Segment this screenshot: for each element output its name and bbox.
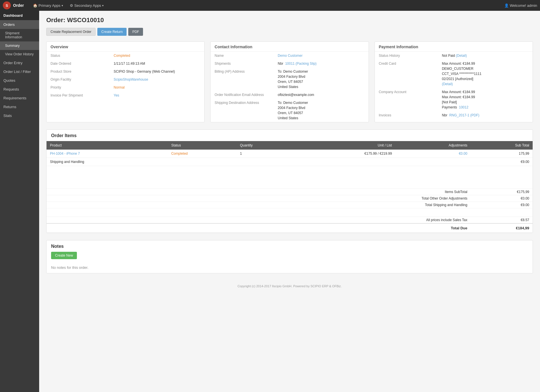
overview-product-store-row: Product Store SCIPIO Shop - Germany (Web… xyxy=(47,68,204,76)
contact-notification-row: Order Notification Email Address ofbizte… xyxy=(211,91,368,99)
create-return-button[interactable]: Create Return xyxy=(97,28,127,36)
invoice-per-shipment-label: Invoice Per Shipment xyxy=(47,91,110,99)
brand-name: Order xyxy=(13,3,24,8)
notes-empty-message: No notes for this order. xyxy=(47,262,533,273)
contact-info-table: Name Demo Customer Shipments Nbr 10011 (… xyxy=(211,52,368,122)
payment-company-account-row: Company Account Max Amount: €184.99 Max … xyxy=(375,88,533,111)
contact-shipping-row: Shipping Destination Address To: Demo Cu… xyxy=(211,99,368,122)
overview-date-row: Date Ordered 1/11/17 11:49:13 AM xyxy=(47,60,204,68)
invoices-label: Invoices xyxy=(375,111,438,119)
primary-apps-menu[interactable]: 🏠 Primary Apps ▾ xyxy=(30,0,66,11)
col-product: Product xyxy=(47,141,168,150)
action-buttons: Create Replacement Order Create Return P… xyxy=(46,28,533,36)
info-grid: Overview Status Completed Date Ordered 1… xyxy=(46,41,533,122)
row-sub-total: 175,99 xyxy=(471,150,533,158)
status-history-label: Status History xyxy=(375,52,438,60)
total-shipping-value: €9.00 xyxy=(471,202,533,208)
footer: Copyright (c) 2014-2017 Ilscipio GmbH. P… xyxy=(46,280,533,292)
sales-tax-label: All prices include Sales Tax xyxy=(47,217,471,224)
shipping-handling-row: Shipping and Handling €9.00 xyxy=(47,158,533,166)
shipments-nbr: Nbr xyxy=(278,62,283,66)
contact-billing-row: Billing (AP) Address To: Demo Customer 2… xyxy=(211,68,368,91)
overview-origin-facility-row: Origin Facility ScipioShopWarehouse xyxy=(47,76,204,83)
sidebar-item-dashboard[interactable]: Dashboard xyxy=(0,11,39,20)
payment-credit-card-row: Credit Card Max Amount: €184.99 DEMO_CUS… xyxy=(375,60,533,88)
brand-logo: S xyxy=(3,1,11,9)
contact-shipments-row: Shipments Nbr 10011 (Packing Slip) xyxy=(211,60,368,68)
col-unit-list: Unit / List xyxy=(294,141,396,150)
credit-card-detail-link[interactable]: (Detail) xyxy=(442,82,453,86)
col-status: Status xyxy=(168,141,236,150)
overview-priority-row: Priority Normal xyxy=(47,83,204,91)
shipping-address-value: To: Demo Customer 2004 Factory Blvd Orem… xyxy=(274,99,369,122)
overview-table: Status Completed Date Ordered 1/11/17 11… xyxy=(47,52,204,99)
priority-value: Normal xyxy=(114,85,125,89)
sidebar-item-order-entry[interactable]: Order Entry xyxy=(0,58,39,67)
items-table-header-row: Product Status Quantity Unit / List Adju… xyxy=(47,141,533,150)
total-shipping-row: Total Shipping and Handling €9.00 xyxy=(47,202,533,208)
status-label: Status xyxy=(47,52,110,60)
total-other-adjustments-value: €0.00 xyxy=(471,195,533,202)
pdf-button[interactable]: PDF xyxy=(128,28,143,36)
payment-status-history-row: Status History Not Paid (Detail) xyxy=(375,52,533,60)
credit-card-label: Credit Card xyxy=(375,60,438,88)
shipments-link[interactable]: 10011 (Packing Slip) xyxy=(285,62,317,66)
origin-facility-link[interactable]: ScipioShopWarehouse xyxy=(114,77,148,81)
row-adjustments: €0.00 xyxy=(459,152,467,156)
overview-section: Overview Status Completed Date Ordered 1… xyxy=(46,41,205,122)
create-replacement-order-button[interactable]: Create Replacement Order xyxy=(46,28,96,36)
origin-facility-label: Origin Facility xyxy=(47,76,110,83)
company-payments-link[interactable]: 10012 xyxy=(459,105,468,109)
sidebar-item-view-order-history[interactable]: View Order History xyxy=(0,50,39,58)
sidebar-item-quotes[interactable]: Quotes xyxy=(0,76,39,85)
sidebar-item-shipment-information[interactable]: Shipment Information xyxy=(0,29,39,41)
total-other-adjustments-row: Total Other Order Adjustments €0.00 xyxy=(47,195,533,202)
sidebar-item-returns[interactable]: Returns xyxy=(0,102,39,111)
secondary-apps-menu[interactable]: ⚙ Secondary Apps ▾ xyxy=(66,0,107,11)
shipping-handling-value: €9.00 xyxy=(471,158,533,166)
sidebar-item-stats[interactable]: Stats xyxy=(0,111,39,120)
chevron-down-icon: ▾ xyxy=(62,4,63,7)
top-navigation: S Order 🏠 Primary Apps ▾ ⚙ Secondary App… xyxy=(0,0,540,11)
sidebar-item-requests[interactable]: Requests xyxy=(0,85,39,94)
gear-icon: ⚙ xyxy=(70,3,73,8)
main-content: Order: WSCO10010 Create Replacement Orde… xyxy=(39,11,540,392)
spacer-row xyxy=(47,166,533,189)
items-subtotal-value: €175,99 xyxy=(471,189,533,195)
sidebar: Dashboard Orders Shipment Information Su… xyxy=(0,11,39,392)
invoices-link[interactable]: RNG_2017-1 (PDF) xyxy=(449,113,479,117)
status-history-detail-link[interactable]: (Detail) xyxy=(456,54,467,58)
brand: S Order xyxy=(3,1,24,9)
name-value[interactable]: Demo Customer xyxy=(278,54,302,58)
col-adjustments: Adjustments xyxy=(395,141,471,150)
shipping-destination-label: Shipping Destination Address xyxy=(211,99,274,122)
sidebar-item-orders[interactable]: Orders xyxy=(0,20,39,29)
chevron-down-icon-2: ▾ xyxy=(102,4,104,7)
sidebar-item-summary[interactable]: Summary xyxy=(0,41,39,50)
sales-tax-row: All prices include Sales Tax €8.57 xyxy=(47,217,533,224)
contact-info-section: Contact Information Name Demo Customer S… xyxy=(210,41,369,122)
payment-info-title: Payment Information xyxy=(375,42,533,52)
order-items-table: Product Status Quantity Unit / List Adju… xyxy=(47,141,533,233)
col-quantity: Quantity xyxy=(237,141,294,150)
create-new-note-button[interactable]: Create New xyxy=(51,252,77,259)
sidebar-item-requirements[interactable]: Requirements xyxy=(0,94,39,102)
invoice-per-shipment-value: Yes xyxy=(114,93,119,97)
notes-title: Notes xyxy=(47,240,533,252)
total-other-adjustments-label: Total Other Order Adjustments xyxy=(47,195,471,202)
credit-card-value: Max Amount: €184.99 DEMO_CUSTOMER CCT_VI… xyxy=(438,60,533,88)
footer-text: Copyright (c) 2014-2017 Ilscipio GmbH. P… xyxy=(238,284,342,288)
priority-label: Priority xyxy=(47,83,110,91)
row-status: Completed xyxy=(171,152,188,156)
invoices-value: Nbr RNG_2017-1 (PDF) xyxy=(438,111,533,119)
shipping-handling-label: Shipping and Handling xyxy=(47,158,168,166)
status-history-value: Not Paid (Detail) xyxy=(438,52,533,60)
overview-title: Overview xyxy=(47,42,204,52)
sidebar-item-order-list-filter[interactable]: Order List / Filter xyxy=(0,67,39,76)
order-notification-value: ofbiztest@example.com xyxy=(274,91,369,99)
user-menu[interactable]: 👤 Welcome! admin xyxy=(504,3,537,8)
status-value: Completed xyxy=(114,54,130,58)
product-link[interactable]: PH-1004 - iPhone 7 xyxy=(50,152,80,156)
overview-status-row: Status Completed xyxy=(47,52,204,60)
sales-tax-value: €8.57 xyxy=(471,217,533,224)
